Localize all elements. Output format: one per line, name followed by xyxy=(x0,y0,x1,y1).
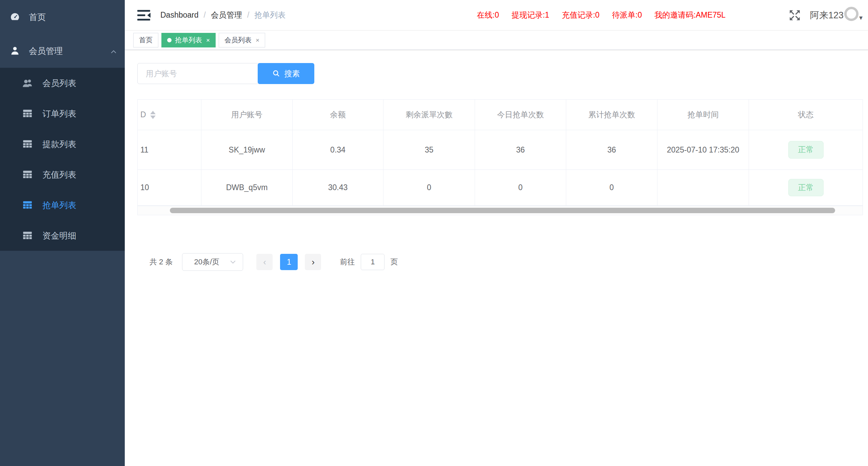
sidebar-item-fund-details[interactable]: 资金明细 xyxy=(0,220,125,251)
stat-online: 在线:0 xyxy=(477,10,499,20)
sidebar-item-label: 充值列表 xyxy=(42,169,76,180)
sidebar-item-grab-order-list[interactable]: 抢单列表 xyxy=(0,190,125,220)
tab-home[interactable]: 首页 xyxy=(133,33,158,47)
sidebar-submenu: 会员列表 订单列表 提款列表 充值列表 xyxy=(0,68,125,251)
fullscreen-icon[interactable] xyxy=(788,9,801,22)
search-icon xyxy=(272,69,280,78)
prev-page-button[interactable]: ‹ xyxy=(256,254,273,270)
cell-account: SK_19jww xyxy=(201,130,293,170)
user-icon xyxy=(9,45,21,57)
chevron-up-icon xyxy=(111,46,117,56)
breadcrumb-separator: / xyxy=(204,11,206,20)
scrollbar-thumb[interactable] xyxy=(170,208,835,213)
sidebar-item-label: 首页 xyxy=(29,12,46,23)
data-table: D 用户账号 余额 剩余派單次數 今日抢单次数 累计抢单次数 抢单时间 状态 1… xyxy=(137,99,863,206)
cell-time: 2025-07-10 17:35:20 xyxy=(657,130,749,170)
tab-label: 抢单列表 xyxy=(175,36,202,45)
current-page-button[interactable]: 1 xyxy=(280,254,298,270)
column-header-total-grabs: 累计抢单次数 xyxy=(566,100,657,130)
column-header-remaining-dispatch: 剩余派單次數 xyxy=(383,100,475,130)
cell-balance: 30.43 xyxy=(293,170,383,206)
tab-label: 首页 xyxy=(139,36,153,45)
cell-id: 10 xyxy=(138,170,201,206)
tab-member-list[interactable]: 会员列表 × xyxy=(219,33,265,47)
stat-withdraw-records: 提现记录:1 xyxy=(512,10,549,20)
column-header-status: 状态 xyxy=(749,100,863,130)
sidebar-item-recharge-list[interactable]: 充值列表 xyxy=(0,159,125,190)
goto-label: 前往 xyxy=(340,257,355,267)
hamburger-icon[interactable] xyxy=(137,9,151,21)
cell-time xyxy=(657,170,749,206)
search-button-label: 搜素 xyxy=(284,68,300,79)
grid-icon xyxy=(21,107,34,120)
search-button[interactable]: 搜素 xyxy=(258,63,314,84)
sidebar-item-order-list[interactable]: 订单列表 xyxy=(0,98,125,129)
stat-pending-dispatch: 待派单:0 xyxy=(612,10,642,20)
column-header-label: D xyxy=(140,109,146,121)
sidebar-item-home[interactable]: 首页 xyxy=(0,0,125,34)
column-header-today-grabs: 今日抢单次数 xyxy=(475,100,566,130)
dashboard-icon xyxy=(9,11,21,23)
main-area: Dashboard / 会员管理 / 抢单列表 在线:0 提现记录:1 充值记录… xyxy=(125,0,868,466)
navbar: Dashboard / 会员管理 / 抢单列表 在线:0 提现记录:1 充值记录… xyxy=(125,0,868,31)
chevron-down-icon xyxy=(230,260,236,264)
page-size-select[interactable]: 20条/页 xyxy=(182,253,243,271)
breadcrumb-member-management[interactable]: 会员管理 xyxy=(211,10,242,20)
cell-total: 36 xyxy=(566,130,657,170)
cell-status: 正常 xyxy=(749,130,863,170)
pagination: 共 2 条 20条/页 ‹ 1 › 前往 页 xyxy=(137,253,868,271)
app-window: 首页 会员管理 会员列表 订单列表 xyxy=(0,0,868,466)
column-header-id[interactable]: D xyxy=(138,100,201,130)
cell-id: 11 xyxy=(138,130,201,170)
goto-suffix: 页 xyxy=(390,257,398,267)
sidebar-item-withdraw-list[interactable]: 提款列表 xyxy=(0,129,125,159)
cell-account: DWB_q5vm xyxy=(201,170,293,206)
search-bar: 搜素 xyxy=(137,63,868,84)
sidebar-item-member-management[interactable]: 会员管理 xyxy=(0,34,125,68)
cell-status: 正常 xyxy=(749,170,863,206)
stat-invite-code: 我的邀请码:AME75L xyxy=(654,10,726,20)
stat-recharge-records: 充值记录:0 xyxy=(562,10,599,20)
column-header-balance: 余额 xyxy=(293,100,383,130)
horizontal-scrollbar xyxy=(137,206,863,215)
tab-bar: 首页 抢单列表 × 会员列表 × xyxy=(125,31,868,50)
username[interactable]: 阿来123 xyxy=(810,9,844,21)
sort-carets-icon[interactable] xyxy=(150,111,156,119)
sidebar-item-label: 抢单列表 xyxy=(42,200,76,211)
sidebar-item-label: 资金明细 xyxy=(42,230,76,241)
status-badge: 正常 xyxy=(788,179,824,197)
tab-grab-order-list[interactable]: 抢单列表 × xyxy=(161,33,216,47)
sidebar-item-label: 订单列表 xyxy=(42,108,76,119)
breadcrumb-dashboard[interactable]: Dashboard xyxy=(160,11,199,20)
users-icon xyxy=(21,77,34,89)
grid-icon xyxy=(21,138,34,150)
navbar-right: 在线:0 提现记录:1 充值记录:0 待派单:0 我的邀请码:AME75L 阿来… xyxy=(477,9,863,22)
sidebar-item-label: 会员列表 xyxy=(42,78,76,89)
cell-total: 0 xyxy=(566,170,657,206)
close-icon[interactable]: × xyxy=(256,37,259,43)
avatar[interactable] xyxy=(844,7,859,21)
close-icon[interactable]: × xyxy=(206,37,210,43)
caret-down-icon[interactable]: ▾ xyxy=(859,14,863,22)
cell-remaining: 35 xyxy=(383,130,475,170)
breadcrumb-separator: / xyxy=(247,11,249,20)
breadcrumb-current: 抢单列表 xyxy=(254,10,285,20)
grid-icon xyxy=(21,168,34,181)
page-content: 搜素 D 用户账号 余额 剩余派單次數 今日抢单次数 累计抢单次数 抢单时间 状… xyxy=(125,50,868,271)
sidebar-item-member-list[interactable]: 会员列表 xyxy=(0,68,125,98)
next-page-button[interactable]: › xyxy=(305,254,321,270)
cell-remaining: 0 xyxy=(383,170,475,206)
grid-icon xyxy=(21,229,34,242)
column-header-account: 用户账号 xyxy=(201,100,293,130)
page-size-value: 20条/页 xyxy=(194,257,219,267)
goto-page-input[interactable] xyxy=(361,254,384,270)
breadcrumb: Dashboard / 会员管理 / 抢单列表 xyxy=(160,10,285,20)
active-dot-icon xyxy=(167,38,172,42)
status-badge: 正常 xyxy=(788,141,824,159)
search-input[interactable] xyxy=(137,63,259,84)
sidebar-item-label: 提款列表 xyxy=(42,139,76,150)
sidebar: 首页 会员管理 会员列表 订单列表 xyxy=(0,0,125,466)
column-header-grab-time: 抢单时间 xyxy=(657,100,749,130)
sidebar-item-label: 会员管理 xyxy=(29,45,63,57)
cell-today: 0 xyxy=(475,170,566,206)
